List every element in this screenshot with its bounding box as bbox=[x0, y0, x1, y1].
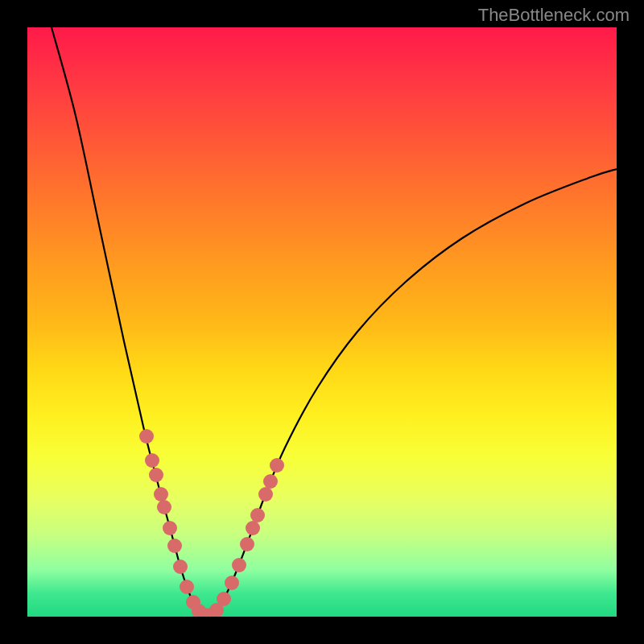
data-dots bbox=[139, 429, 284, 617]
data-dot bbox=[180, 580, 194, 594]
curve-right bbox=[208, 169, 617, 617]
data-dot bbox=[149, 468, 163, 482]
data-dot bbox=[157, 500, 171, 514]
data-dot bbox=[263, 474, 278, 489]
data-dot bbox=[240, 537, 254, 551]
data-dot bbox=[217, 592, 231, 606]
watermark-text: TheBottleneck.com bbox=[478, 5, 630, 26]
data-dot bbox=[139, 429, 154, 444]
data-dot bbox=[154, 487, 168, 502]
data-dot bbox=[232, 558, 246, 572]
data-dot bbox=[250, 508, 265, 522]
chart-plot-area bbox=[27, 27, 617, 617]
data-dot bbox=[225, 576, 239, 590]
data-dot bbox=[145, 453, 159, 468]
data-dot bbox=[258, 487, 273, 502]
bottleneck-curve-svg bbox=[27, 27, 617, 617]
data-dot bbox=[167, 539, 182, 553]
data-dot bbox=[270, 458, 284, 473]
data-dot bbox=[163, 521, 177, 535]
curve-left bbox=[52, 27, 208, 617]
data-dot bbox=[246, 521, 260, 535]
data-dot bbox=[173, 559, 188, 574]
